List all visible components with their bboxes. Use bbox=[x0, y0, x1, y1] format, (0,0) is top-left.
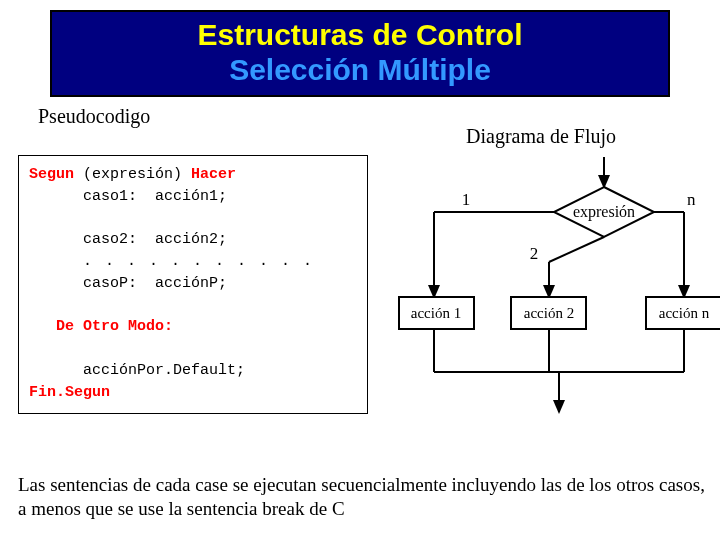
content-area: Segun (expresión) Hacer caso1: acción1; … bbox=[14, 137, 706, 447]
default-action: acciónPor.Default; bbox=[83, 362, 245, 379]
title-line-1: Estructuras de Control bbox=[60, 18, 660, 53]
code-expr: (expresión) bbox=[83, 166, 182, 183]
action1-label: acción 1 bbox=[411, 305, 461, 321]
case2-label: caso2: bbox=[83, 231, 137, 248]
pseudocode-box: Segun (expresión) Hacer caso1: acción1; … bbox=[18, 155, 368, 414]
title-box: Estructuras de Control Selección Múltipl… bbox=[50, 10, 670, 97]
case1-label: caso1: bbox=[83, 188, 137, 205]
footnote-text: Las sentencias de cada case se ejecutan … bbox=[18, 473, 706, 522]
slide-root: Estructuras de Control Selección Múltipl… bbox=[0, 0, 720, 540]
kw-segun: Segun bbox=[29, 166, 74, 183]
action2-label: acción 2 bbox=[524, 305, 574, 321]
pseudocode-header: Pseudocodigo bbox=[38, 105, 150, 128]
branchN-label: n bbox=[687, 190, 696, 209]
section-headers: Pseudocodigo Diagrama de Flujo bbox=[14, 105, 706, 133]
ellipsis: . . . . . . . . . . . bbox=[83, 253, 314, 270]
case2-action: acción2; bbox=[155, 231, 227, 248]
kw-default: De Otro Modo: bbox=[56, 318, 173, 335]
caseP-action: acciónP; bbox=[155, 275, 227, 292]
actionN-label: acción n bbox=[659, 305, 710, 321]
branch1-label: 1 bbox=[462, 190, 471, 209]
decision-label: expresión bbox=[573, 203, 635, 221]
title-line-2: Selección Múltiple bbox=[60, 53, 660, 88]
caseP-label: casoP: bbox=[83, 275, 137, 292]
kw-end: Fin.Segun bbox=[29, 384, 110, 401]
case1-action: acción1; bbox=[155, 188, 227, 205]
branch2-label: 2 bbox=[530, 244, 539, 263]
flowchart-svg: expresión 1 2 n acción 1 acción 2 acción… bbox=[394, 157, 720, 447]
kw-hacer: Hacer bbox=[191, 166, 236, 183]
svg-line-3 bbox=[549, 237, 604, 262]
